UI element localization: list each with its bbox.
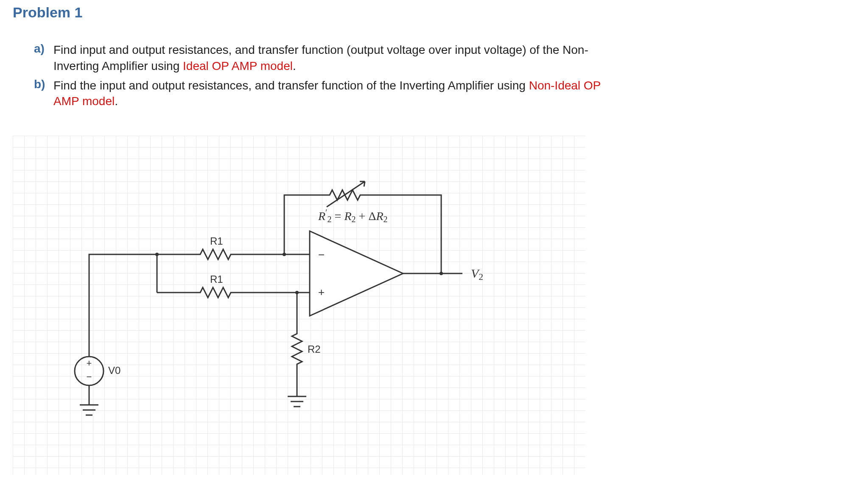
list-item: b) Find the input and output resistances… [34,78,601,110]
wire [89,254,157,357]
question-list: a) Find input and output resistances, an… [34,42,601,109]
source-plus-icon: + [87,358,92,368]
item-b-post: . [115,95,118,108]
eq-t1-base: R [344,209,351,223]
eq-plus: + Δ [356,209,376,223]
node-dot [440,272,443,275]
source-label: V0 [108,365,120,376]
item-a-pre: Find input and output resistances, and t… [53,43,588,73]
eq-lhs-base: R [318,209,325,223]
item-marker-b: b) [34,78,53,110]
ground-icon [288,396,306,407]
resistor-icon [195,287,236,298]
r1-bottom-label: R1 [210,273,223,285]
ground-icon [80,405,98,415]
page: Problem 1 a) Find input and output resis… [0,0,868,488]
item-body-a: Find input and output resistances, and t… [53,42,601,74]
resistor-icon [292,329,302,369]
item-a-highlight: Ideal OP AMP model [183,59,293,73]
circuit-svg: + − [13,136,585,475]
item-a-post: . [293,59,296,73]
source-minus-icon: − [87,371,92,382]
variable-arrow-icon [327,181,365,207]
opamp-icon [310,231,403,316]
circuit-diagram: + − [13,136,585,475]
eq-t1-sub: 2 [352,215,356,224]
list-item: a) Find input and output resistances, an… [34,42,601,74]
eq-eq: = [332,209,344,223]
eq-t2-sub: 2 [384,215,388,224]
r1-top-label: R1 [210,235,223,247]
resistor-icon [195,249,236,259]
output-base: V [471,266,479,280]
node-dot [155,253,159,256]
item-b-pre: Find the input and output resistances, a… [53,79,529,92]
eq-lhs-sub: 2 [328,215,332,224]
output-label: V2 [471,266,483,282]
node-dot [295,291,299,294]
voltage-source-icon: + − [75,357,104,385]
r2-ground-label: R2 [308,343,321,355]
feedback-equation-label: R′2 = R2 + ΔR2 [318,208,388,224]
eq-t2-base: R [376,209,383,223]
item-marker-a: a) [34,42,53,74]
output-sub: 2 [479,272,483,282]
problem-title: Problem 1 [13,4,855,21]
item-body-b: Find the input and output resistances, a… [53,78,601,110]
node-dot [283,253,286,256]
opamp-plus-label: + [318,286,325,298]
opamp-minus-label: − [318,248,325,261]
